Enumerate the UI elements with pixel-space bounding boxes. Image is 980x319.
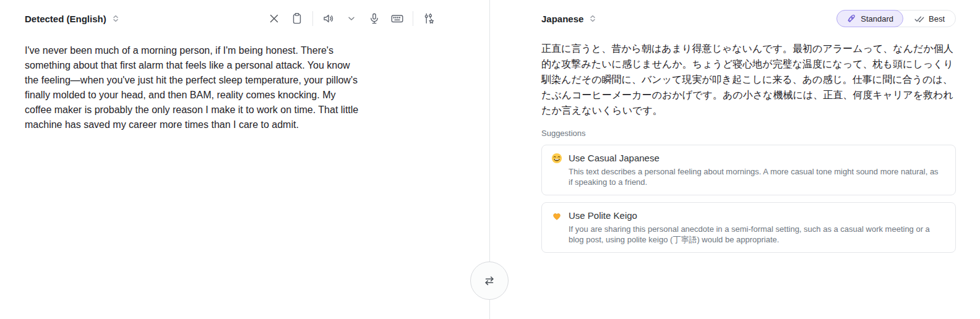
quality-option-standard[interactable]: Standard bbox=[836, 10, 903, 27]
quality-toggle-group: Standard Best bbox=[836, 10, 956, 27]
suggestion-title: Use Casual Japanese bbox=[569, 152, 942, 164]
translator-app: Detected (English) bbox=[0, 0, 980, 319]
suggestions-heading: Suggestions bbox=[541, 129, 956, 138]
keyboard-icon bbox=[390, 11, 405, 26]
clear-text-button[interactable] bbox=[267, 11, 282, 26]
swap-horizontal-icon bbox=[481, 273, 497, 289]
swap-languages-button[interactable] bbox=[470, 262, 509, 300]
suggestion-card-row: Use Casual Japanese This text describes … bbox=[551, 152, 945, 187]
toolbar-divider bbox=[413, 11, 413, 26]
rocket-icon bbox=[846, 14, 856, 23]
copy-button[interactable] bbox=[290, 11, 304, 26]
suggestion-card-casual-japanese[interactable]: Use Casual Japanese This text describes … bbox=[541, 145, 956, 195]
quality-option-best[interactable]: Best bbox=[903, 10, 955, 27]
tune-star-icon bbox=[422, 12, 436, 25]
translation-output-text: 正直に言うと、昔から朝はあまり得意じゃないんです。最初のアラームって、なんだか個… bbox=[541, 41, 957, 118]
unfold-chevrons-icon bbox=[111, 14, 120, 23]
suggestion-card-polite-keigo[interactable]: Use Polite Keigo If you are sharing this… bbox=[541, 202, 956, 253]
target-panel: Japanese Standard bbox=[490, 0, 980, 319]
source-panel-header: Detected (English) bbox=[25, 10, 436, 27]
grinning-face-emoji bbox=[551, 153, 562, 164]
quality-option-label: Best bbox=[929, 14, 945, 23]
suggestion-card-content: Use Casual Japanese This text describes … bbox=[569, 152, 942, 187]
double-check-icon bbox=[914, 14, 924, 24]
clipboard-icon bbox=[290, 12, 304, 25]
suggestion-title: Use Polite Keigo bbox=[569, 210, 942, 222]
virtual-keyboard-button[interactable] bbox=[390, 11, 405, 26]
target-language-label: Japanese bbox=[541, 14, 583, 24]
source-toolbar bbox=[267, 11, 436, 26]
source-panel: Detected (English) bbox=[0, 0, 489, 319]
toolbar-divider bbox=[312, 11, 313, 26]
suggestion-card-content: Use Polite Keigo If you are sharing this… bbox=[569, 210, 942, 245]
suggestion-description: If you are sharing this personal anecdot… bbox=[569, 224, 942, 245]
source-language-selector[interactable]: Detected (English) bbox=[25, 14, 120, 24]
quality-option-label: Standard bbox=[861, 14, 893, 23]
suggestion-card-row: Use Polite Keigo If you are sharing this… bbox=[551, 210, 945, 245]
unfold-chevrons-icon bbox=[588, 14, 597, 23]
chevron-down-icon bbox=[346, 14, 356, 23]
target-panel-header: Japanese Standard bbox=[541, 10, 956, 27]
speaker-icon bbox=[322, 12, 335, 25]
source-text-input[interactable]: I've never been much of a morning person… bbox=[25, 43, 362, 132]
close-icon bbox=[268, 12, 280, 25]
dictate-button[interactable] bbox=[367, 11, 382, 26]
target-language-selector[interactable]: Japanese bbox=[541, 14, 597, 24]
translation-preferences-button[interactable] bbox=[421, 11, 436, 26]
listen-button[interactable] bbox=[321, 11, 336, 26]
microphone-icon bbox=[368, 12, 381, 25]
listen-options-button[interactable] bbox=[344, 11, 359, 26]
source-language-label: Detected (English) bbox=[25, 14, 106, 24]
yellow-heart-emoji bbox=[551, 210, 562, 221]
suggestion-description: This text describes a personal feeling a… bbox=[569, 166, 942, 187]
